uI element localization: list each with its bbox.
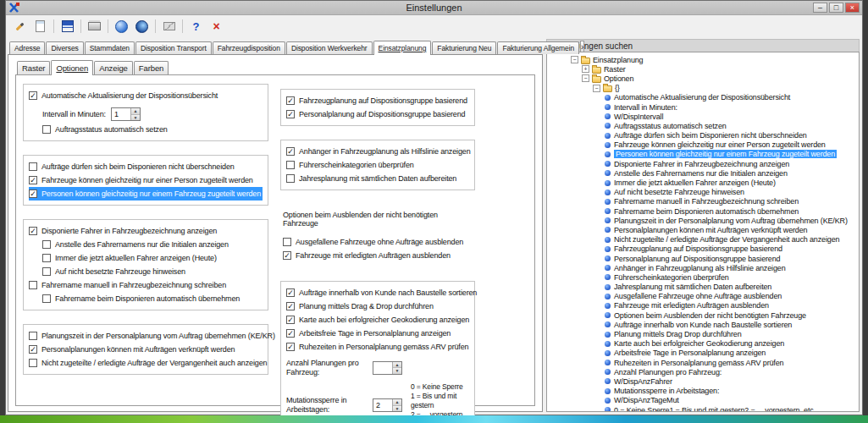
checkbox-row[interactable]: Ausgefallene Fahrzeuge ohne Aufträge aus… — [283, 235, 469, 249]
spinner[interactable]: 1▲▼ — [111, 107, 141, 121]
checkbox[interactable]: ✓ — [286, 110, 295, 118]
tree-item[interactable]: −{} — [547, 84, 859, 93]
checkbox[interactable] — [42, 125, 51, 134]
checkbox[interactable] — [29, 281, 37, 289]
tree-item[interactable]: Disponierte Fahrer in Fahrzeugbezeichnun… — [547, 159, 859, 168]
checkbox-row[interactable]: ✓Personen können gleichzeitig nur einem … — [29, 187, 263, 201]
tree-item[interactable]: Planung mittels Drag Drop durchführen — [547, 329, 859, 338]
subtab-raster[interactable]: Raster — [17, 61, 50, 74]
checkbox-row[interactable]: Planungszeit in der Personalplanung vom … — [29, 329, 263, 343]
tab-fahrzeugdisposition[interactable]: Fahrzeugdisposition — [213, 41, 285, 54]
checkbox[interactable]: ✓ — [286, 343, 295, 351]
checkbox-row[interactable]: ✓Personalplanungen können mit Aufträgen … — [29, 343, 263, 356]
checkbox[interactable] — [42, 240, 51, 249]
tree-item[interactable]: Optionen beim Ausblenden der nicht benöt… — [547, 310, 859, 320]
checkbox[interactable]: ✓ — [29, 190, 37, 198]
checkbox-row[interactable]: ✓Aufträge innerhalb von Kunde nach Baust… — [286, 286, 469, 299]
tree-item[interactable]: Fahrzeuge können gleichzeitig nur einer … — [547, 140, 859, 150]
exit-icon[interactable] — [207, 18, 225, 35]
subtab-optionen[interactable]: Optionen — [51, 60, 93, 75]
checkbox[interactable]: ✓ — [286, 288, 295, 297]
form-icon[interactable] — [31, 18, 49, 35]
collapse-icon[interactable]: − — [571, 56, 578, 63]
checkbox[interactable] — [286, 174, 295, 183]
tree-item[interactable]: +Raster — [547, 64, 859, 74]
tree-item[interactable]: −Einsatzplanung — [547, 55, 859, 64]
checkbox-row[interactable]: ✓Arbeitsfreie Tage in Personalplanung an… — [286, 327, 469, 340]
tab-diverses[interactable]: Diverses — [46, 41, 83, 54]
tree-item[interactable]: 0 = Keine Sperre1 = Bis und mit gestern2… — [547, 405, 859, 412]
spinner-value[interactable]: 1 — [112, 108, 130, 120]
spinner[interactable]: ▲▼ — [373, 361, 402, 375]
spinner-up-button[interactable]: ▲ — [393, 399, 401, 406]
checkbox-row[interactable]: Auftragsstatus automatisch setzen — [42, 123, 263, 136]
checkbox-row[interactable]: Fahrername beim Disponieren automatisch … — [42, 292, 263, 305]
checkbox[interactable]: ✓ — [29, 227, 37, 235]
checkbox[interactable]: ✓ — [29, 91, 37, 100]
checkbox-row[interactable]: Führerscheinkategorien überprüfen — [286, 158, 469, 172]
checkbox-row[interactable]: Nicht zugeteilte / erledigte Aufträge de… — [29, 356, 263, 370]
tree-item[interactable]: Fahrzeuge mit erledigten Aufträgen ausbl… — [547, 301, 859, 310]
tab-scroll-right-button[interactable]: › — [580, 41, 584, 52]
subtab-farben[interactable]: Farben — [134, 61, 169, 74]
tree-item[interactable]: Personalplanungen können mit Aufträgen v… — [547, 225, 859, 234]
checkbox-row[interactable]: Anstelle des Fahrernamens nur die Initia… — [42, 238, 263, 251]
tree-item[interactable]: Auftragsstatus automatisch setzen — [547, 121, 859, 130]
checkbox-row[interactable]: ✓Fahrzeugplanung auf Dispositionsgruppe … — [286, 94, 469, 107]
tree-item[interactable]: Fahrzeugplanung auf Dispositionsgruppe b… — [547, 244, 859, 254]
maximize-button[interactable]: □ — [829, 3, 843, 13]
checkbox[interactable]: ✓ — [29, 176, 37, 184]
expand-icon[interactable]: + — [582, 65, 589, 73]
tree-item[interactable]: Automatische Aktualisierung der Disposit… — [547, 93, 859, 102]
spinner-value[interactable]: 2 — [373, 399, 392, 411]
help-icon[interactable] — [187, 18, 205, 35]
checkbox-row[interactable]: Aufträge dürfen sich beim Disponieren ni… — [29, 160, 263, 173]
close-button[interactable]: × — [845, 3, 860, 13]
tree-item[interactable]: W/DispAnzTageMut — [547, 396, 859, 405]
subtab-anzeige[interactable]: Anzeige — [94, 61, 133, 74]
checkbox-row[interactable]: ✓Automatische Aktualisierung der Disposi… — [29, 89, 263, 102]
tree-item[interactable]: Ruhezeiten in Personalplanung gemäss ARV… — [547, 358, 859, 367]
tree-item[interactable]: Planungszeit in der Personalplanung vom … — [547, 216, 859, 225]
tree-item[interactable]: Jahresplanung mit sämtlichen Daten aufbe… — [547, 283, 859, 292]
tree-item[interactable]: Intervall in Minuten: — [547, 102, 859, 112]
tab-disposition-transport[interactable]: Disposition Transport — [135, 41, 212, 54]
checkbox[interactable]: ✓ — [286, 302, 295, 310]
tab-fakturierung-neu[interactable]: Fakturierung Neu — [432, 41, 496, 54]
tree-item[interactable]: Fahrername manuell in Fahrzeugbezeichnun… — [547, 197, 859, 206]
minimize-button[interactable]: – — [813, 3, 827, 13]
tree-item[interactable]: Personen können gleichzeitig nur einem F… — [547, 150, 859, 159]
tree-item[interactable]: Personalplanung auf Dispositionsgruppe b… — [547, 254, 859, 263]
checkbox[interactable] — [42, 267, 51, 276]
mail-icon[interactable] — [160, 18, 178, 35]
tab-stammdaten[interactable]: Stammdaten — [85, 41, 135, 54]
tree-item[interactable]: Mutationssperre in Arbeitstagen: — [547, 387, 859, 396]
checkbox[interactable] — [42, 254, 51, 262]
checkbox-row[interactable]: ✓Disponierte Fahrer in Fahrzeugbezeichnu… — [29, 224, 263, 238]
checkbox[interactable] — [286, 161, 295, 169]
checkbox[interactable]: ✓ — [286, 329, 295, 338]
tab-einsatzplanung[interactable]: Einsatzplanung — [373, 41, 432, 55]
checkbox-row[interactable]: Jahresplanung mit sämtlichen Daten aufbe… — [286, 172, 469, 185]
checkbox[interactable]: ✓ — [29, 345, 37, 354]
checkbox-row[interactable]: Immer die jetzt aktuellen Fahrer anzeige… — [42, 251, 263, 265]
checkbox[interactable] — [29, 332, 37, 340]
tree-item[interactable]: Immer die jetzt aktuellen Fahrer anzeige… — [547, 178, 859, 187]
checkbox-row[interactable]: ✓Fahrzeuge mit erledigten Aufträgen ausb… — [283, 249, 469, 262]
spinner-up-button[interactable]: ▲ — [393, 362, 401, 369]
tree-item[interactable]: Aufträge innerhalb von Kunde nach Bauste… — [547, 320, 859, 329]
web-icon[interactable] — [133, 18, 151, 35]
checkbox-row[interactable]: ✓Anhänger in Fahrzeugplanung als Hilfsli… — [286, 145, 469, 158]
tree-item[interactable]: Anhänger in Fahrzeugplanung als Hilfslin… — [547, 263, 859, 272]
checkbox[interactable] — [29, 359, 37, 367]
checkbox[interactable] — [283, 238, 291, 246]
spinner-up-button[interactable]: ▲ — [131, 108, 140, 115]
tree-item[interactable]: Auf nicht besetzte Fahrzeuge hinweisen — [547, 188, 859, 197]
tree-item[interactable]: −Optionen — [547, 74, 859, 83]
checkbox-row[interactable]: ✓Fahrzeuge können gleichzeitig nur einer… — [29, 173, 263, 187]
checkbox[interactable]: ✓ — [286, 96, 295, 105]
spinner-down-button[interactable]: ▼ — [393, 368, 401, 374]
spinner[interactable]: 2▲▼ — [373, 398, 402, 412]
tree-item[interactable]: Anzahl Planungen pro Fahrzeug: — [547, 367, 859, 376]
edit-icon[interactable] — [11, 18, 29, 35]
